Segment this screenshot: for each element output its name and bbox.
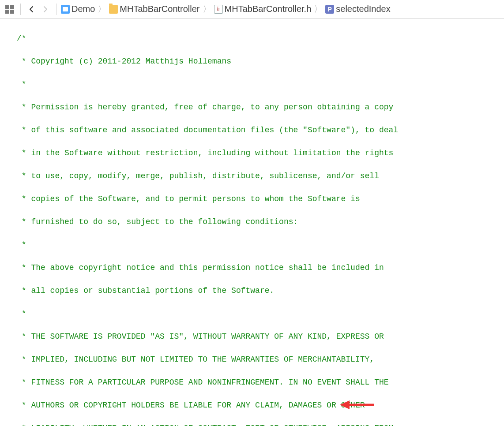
breadcrumb: Demo 〉 MHTabBarController 〉 h MHTabBarCo… [61,3,391,15]
breadcrumb-folder[interactable]: MHTabBarController [109,4,199,14]
code-text: * copies of the Software, and to permit … [17,194,360,203]
breadcrumb-label: Demo [71,4,95,14]
project-icon [61,5,70,14]
code-text: /* [17,34,26,43]
related-items-icon[interactable] [4,3,16,15]
code-text: * to use, copy, modify, merge, publish, … [17,172,379,180]
divider [20,4,21,15]
breadcrumb-label: MHTabBarController.h [225,4,312,14]
back-button[interactable] [25,3,38,15]
code-text: * THE SOFTWARE IS PROVIDED "AS IS", WITH… [17,332,384,341]
code-text: * The above copyright notice and this pe… [17,263,384,272]
code-text: * [17,240,26,249]
code-text: * Permission is hereby granted, free of … [17,103,393,112]
chevron-right-icon: 〉 [314,3,323,15]
code-text: * furnished to do so, subject to the fol… [17,217,298,226]
code-text: * AUTHORS OR COPYRIGHT HOLDERS BE LIABLE… [17,401,365,410]
code-text: * of this software and associated docume… [17,126,398,135]
folder-icon [109,5,118,14]
code-text: * LIABILITY, WHETHER IN AN ACTION OF CON… [17,424,398,426]
forward-button[interactable] [39,3,52,15]
code-text: * [17,309,26,318]
property-icon: P [325,5,334,14]
code-text: * FITNESS FOR A PARTICULAR PURPOSE AND N… [17,378,389,387]
divider [56,4,56,15]
code-text: * [17,80,26,89]
breadcrumb-label: MHTabBarController [120,4,199,14]
chevron-right-icon: 〉 [98,3,106,15]
header-file-icon: h [214,5,223,14]
code-text: * IMPLIED, INCLUDING BUT NOT LIMITED TO … [17,355,374,364]
chevron-right-icon: 〉 [203,3,211,15]
breadcrumb-symbol[interactable]: P selectedIndex [325,4,390,14]
code-text: * Copyright (c) 2011-2012 Matthijs Holle… [17,57,231,66]
source-editor[interactable]: /* * Copyright (c) 2011-2012 Matthijs Ho… [0,19,504,426]
breadcrumb-file[interactable]: h MHTabBarController.h [214,4,312,14]
code-text: * all copies or substantial portions of … [17,286,274,295]
jump-bar: Demo 〉 MHTabBarController 〉 h MHTabBarCo… [0,0,504,19]
breadcrumb-label: selectedIndex [336,4,390,14]
breadcrumb-project[interactable]: Demo [61,4,95,14]
code-text: * in the Software without restriction, i… [17,149,393,157]
